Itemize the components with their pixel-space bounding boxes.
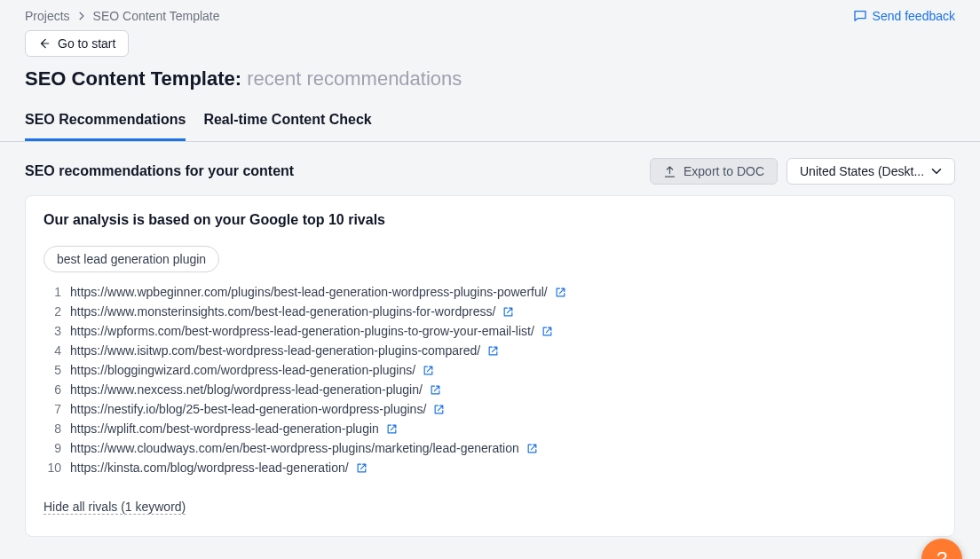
- region-select[interactable]: United States (Deskt...: [786, 158, 955, 185]
- rival-number: 10: [43, 461, 61, 475]
- help-fab[interactable]: ?: [921, 539, 962, 559]
- go-to-start-label: Go to start: [58, 36, 115, 51]
- tab-seo-recommendations[interactable]: SEO Recommendations: [25, 112, 186, 141]
- tab-content-check[interactable]: Real-time Content Check: [203, 112, 371, 141]
- external-link-icon[interactable]: [502, 306, 514, 318]
- rival-url[interactable]: https://nestify.io/blog/25-best-lead-gen…: [70, 402, 426, 416]
- breadcrumb-root[interactable]: Projects: [25, 9, 70, 23]
- external-link-icon[interactable]: [430, 384, 441, 396]
- external-link-icon[interactable]: [386, 423, 398, 435]
- rival-number: 4: [43, 343, 61, 358]
- breadcrumb: Projects SEO Content Template: [25, 9, 220, 23]
- export-to-doc-button[interactable]: Export to DOC: [650, 158, 778, 185]
- rival-url[interactable]: https://bloggingwizard.com/wordpress-lea…: [70, 363, 415, 377]
- rival-url[interactable]: https://kinsta.com/blog/wordpress-lead-g…: [70, 461, 349, 475]
- rival-url[interactable]: https://www.monsterinsights.com/best-lea…: [70, 304, 495, 319]
- rival-row: 10https://kinsta.com/blog/wordpress-lead…: [43, 461, 937, 475]
- page-title: SEO Content Template: recent recommendat…: [0, 57, 980, 91]
- external-link-icon[interactable]: [526, 443, 538, 454]
- rival-url[interactable]: https://www.cloudways.com/en/best-wordpr…: [70, 441, 519, 455]
- external-link-icon[interactable]: [433, 404, 445, 415]
- keyword-pill[interactable]: best lead generation plugin: [43, 246, 219, 272]
- upload-icon: [663, 165, 676, 178]
- rival-row: 5https://bloggingwizard.com/wordpress-le…: [43, 363, 937, 377]
- rival-url[interactable]: https://wplift.com/best-wordpress-lead-g…: [70, 421, 379, 436]
- chevron-down-icon: [931, 166, 942, 177]
- external-link-icon[interactable]: [555, 287, 566, 298]
- rival-number: 8: [43, 421, 61, 436]
- rival-row: 2https://www.monsterinsights.com/best-le…: [43, 304, 937, 319]
- section-title: SEO recommendations for your content: [25, 163, 294, 179]
- region-selected-label: United States (Deskt...: [800, 164, 924, 178]
- rival-row: 9https://www.cloudways.com/en/best-wordp…: [43, 441, 937, 455]
- tabs: SEO Recommendations Real-time Content Ch…: [0, 91, 980, 142]
- rival-number: 3: [43, 324, 61, 338]
- rival-number: 6: [43, 382, 61, 397]
- feedback-icon: [853, 9, 867, 23]
- rival-url[interactable]: https://www.wpbeginner.com/plugins/best-…: [70, 285, 548, 299]
- rival-url[interactable]: https://www.nexcess.net/blog/wordpress-l…: [70, 382, 423, 397]
- title-prefix: SEO Content Template:: [25, 67, 241, 90]
- external-link-icon[interactable]: [356, 462, 368, 474]
- analysis-card: Our analysis is based on your Google top…: [25, 195, 955, 537]
- external-link-icon[interactable]: [487, 345, 499, 357]
- rival-list: 1https://www.wpbeginner.com/plugins/best…: [43, 285, 937, 475]
- external-link-icon[interactable]: [541, 326, 553, 337]
- external-link-icon[interactable]: [423, 365, 434, 376]
- rival-url[interactable]: https://wpforms.com/best-wordpress-lead-…: [70, 324, 534, 338]
- rival-number: 7: [43, 402, 61, 416]
- card-title: Our analysis is based on your Google top…: [43, 212, 937, 228]
- rival-row: 1https://www.wpbeginner.com/plugins/best…: [43, 285, 937, 299]
- chevron-right-icon: [77, 12, 86, 20]
- rival-row: 7https://nestify.io/blog/25-best-lead-ge…: [43, 402, 937, 416]
- rival-row: 8https://wplift.com/best-wordpress-lead-…: [43, 421, 937, 436]
- breadcrumb-current[interactable]: SEO Content Template: [93, 9, 220, 23]
- title-suffix: recent recommendations: [247, 67, 462, 90]
- rival-row: 4https://www.isitwp.com/best-wordpress-l…: [43, 343, 937, 358]
- hide-all-rivals-link[interactable]: Hide all rivals (1 keyword): [43, 500, 186, 515]
- rival-number: 1: [43, 285, 61, 299]
- rival-row: 6https://www.nexcess.net/blog/wordpress-…: [43, 382, 937, 397]
- arrow-left-icon: [38, 37, 51, 50]
- go-to-start-button[interactable]: Go to start: [25, 30, 129, 57]
- rival-row: 3https://wpforms.com/best-wordpress-lead…: [43, 324, 937, 338]
- export-label: Export to DOC: [684, 164, 764, 178]
- feedback-label: Send feedback: [873, 9, 955, 23]
- rival-number: 5: [43, 363, 61, 377]
- rival-url[interactable]: https://www.isitwp.com/best-wordpress-le…: [70, 343, 480, 358]
- send-feedback-link[interactable]: Send feedback: [853, 9, 955, 23]
- rival-number: 2: [43, 304, 61, 319]
- rival-number: 9: [43, 441, 61, 455]
